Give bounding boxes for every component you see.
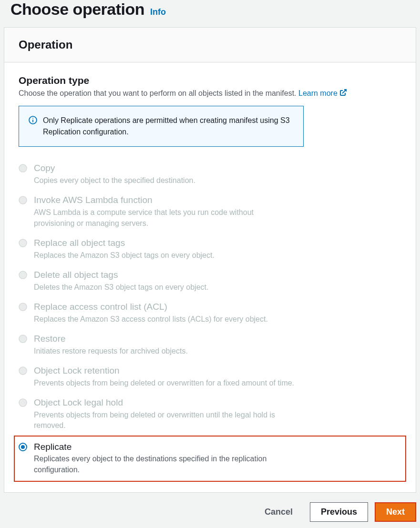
cancel-button[interactable]: Cancel (254, 502, 303, 522)
external-link-icon (339, 89, 347, 99)
option-desc: Prevents objects from being deleted or o… (34, 378, 294, 388)
info-link[interactable]: Info (150, 7, 166, 17)
option-replace-tags: Replace all object tags Replaces the Ama… (19, 233, 401, 265)
svg-point-8 (19, 335, 27, 343)
radio-icon[interactable] (19, 443, 27, 475)
panel-header: Operation (4, 28, 416, 62)
option-replace-acl: Replace access control list (ACL) Replac… (19, 297, 401, 329)
learn-more-link[interactable]: Learn more (298, 89, 347, 97)
svg-point-5 (19, 239, 27, 247)
operation-type-section: Operation type Choose the operation that… (19, 75, 401, 99)
radio-icon (19, 196, 27, 228)
option-title: Copy (34, 162, 195, 174)
operation-options: Copy Copies every object to the specifie… (19, 158, 401, 482)
operation-panel: Operation Operation type Choose the oper… (4, 27, 416, 493)
option-desc: Deletes the Amazon S3 object tags on eve… (34, 282, 208, 293)
radio-icon (19, 366, 27, 388)
previous-button[interactable]: Previous (310, 502, 368, 522)
option-delete-tags: Delete all object tags Deletes the Amazo… (19, 265, 401, 297)
option-object-lock-retention: Object Lock retention Prevents objects f… (19, 361, 401, 393)
radio-icon (19, 335, 27, 356)
option-desc: AWS Lambda is a compute service that let… (34, 207, 296, 229)
radio-icon (19, 398, 27, 431)
option-copy: Copy Copies every object to the specifie… (19, 158, 401, 190)
option-title: Delete all object tags (34, 269, 208, 281)
radio-icon (19, 164, 27, 186)
section-desc: Choose the operation that you want to pe… (19, 88, 401, 99)
svg-point-9 (19, 367, 27, 375)
svg-point-6 (19, 271, 27, 279)
radio-icon (19, 303, 27, 325)
option-desc: Copies every object to the specified des… (34, 175, 195, 186)
option-desc: Replicates every object to the destinati… (34, 454, 296, 475)
option-desc: Replaces the Amazon S3 object tags on ev… (34, 250, 215, 261)
radio-icon (19, 239, 27, 261)
option-title: Replace access control list (ACL) (34, 301, 268, 313)
option-title: Replace all object tags (34, 237, 215, 249)
option-title: Restore (34, 333, 188, 345)
option-object-lock-legal-hold: Object Lock legal hold Prevents objects … (19, 393, 401, 435)
radio-icon (19, 271, 27, 293)
option-restore: Restore Initiates restore requests for a… (19, 329, 401, 361)
section-desc-text: Choose the operation that you want to pe… (19, 89, 298, 97)
panel-title: Operation (19, 38, 401, 51)
svg-point-4 (19, 196, 27, 204)
svg-point-3 (19, 164, 27, 172)
option-desc: Initiates restore requests for archived … (34, 346, 188, 356)
info-icon (29, 116, 37, 138)
svg-point-7 (19, 303, 27, 311)
alert-text: Only Replicate operations are permitted … (43, 115, 294, 138)
learn-more-text: Learn more (298, 89, 338, 97)
next-button[interactable]: Next (375, 502, 416, 522)
option-title: Replicate (34, 441, 296, 453)
option-invoke-lambda: Invoke AWS Lambda function AWS Lambda is… (19, 190, 401, 233)
option-desc: Replaces the Amazon S3 access control li… (34, 314, 268, 325)
section-label: Operation type (19, 75, 401, 86)
svg-point-12 (21, 445, 25, 449)
option-desc: Prevents objects from being deleted or o… (34, 410, 296, 431)
wizard-footer: Cancel Previous Next (0, 493, 420, 528)
option-replicate[interactable]: Replicate Replicates every object to the… (14, 436, 406, 482)
svg-point-2 (32, 118, 33, 119)
info-alert: Only Replicate operations are permitted … (19, 106, 304, 147)
option-title: Invoke AWS Lambda function (34, 194, 296, 206)
page-title: Choose operation (10, 0, 144, 19)
option-title: Object Lock retention (34, 365, 294, 377)
svg-point-10 (19, 399, 27, 406)
option-title: Object Lock legal hold (34, 397, 296, 409)
